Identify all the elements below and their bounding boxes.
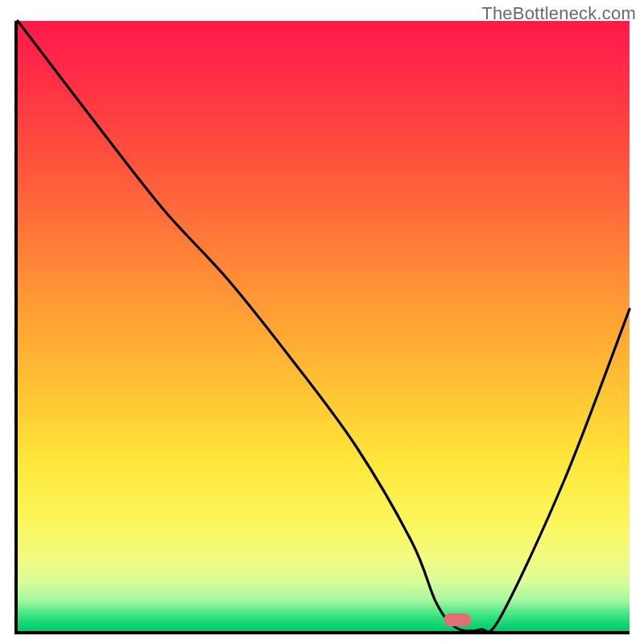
plot-area [18, 21, 630, 631]
minimum-marker [444, 613, 471, 626]
chart-container: TheBottleneck.com [0, 0, 644, 644]
axes-frame [14, 21, 630, 634]
bottleneck-curve [18, 21, 630, 631]
watermark-text: TheBottleneck.com [481, 3, 636, 24]
